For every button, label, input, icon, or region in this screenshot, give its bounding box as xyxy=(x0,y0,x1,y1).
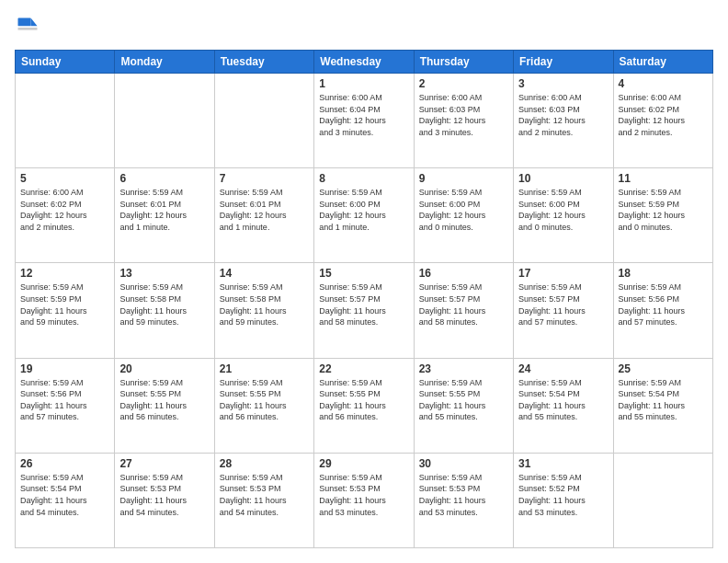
day-info: Sunrise: 5:59 AM Sunset: 5:59 PM Dayligh… xyxy=(619,187,708,233)
day-number: 4 xyxy=(619,77,708,90)
calendar-cell: 4Sunrise: 6:00 AM Sunset: 6:02 PM Daylig… xyxy=(613,74,712,168)
calendar-cell: 8Sunrise: 5:59 AM Sunset: 6:00 PM Daylig… xyxy=(314,168,414,263)
day-info: Sunrise: 5:59 AM Sunset: 6:00 PM Dayligh… xyxy=(319,187,408,233)
day-info: Sunrise: 5:59 AM Sunset: 6:01 PM Dayligh… xyxy=(119,187,209,233)
day-info: Sunrise: 6:00 AM Sunset: 6:02 PM Dayligh… xyxy=(619,92,708,138)
day-number: 21 xyxy=(220,362,309,375)
day-info: Sunrise: 5:59 AM Sunset: 5:56 PM Dayligh… xyxy=(20,377,109,423)
weekday-header-row: SundayMondayTuesdayWednesdayThursdayFrid… xyxy=(16,51,713,74)
calendar-week-3: 19Sunrise: 5:59 AM Sunset: 5:56 PM Dayli… xyxy=(16,358,713,453)
calendar-cell: 18Sunrise: 5:59 AM Sunset: 5:56 PM Dayli… xyxy=(613,263,712,358)
day-number: 19 xyxy=(20,362,109,375)
day-info: Sunrise: 5:59 AM Sunset: 6:01 PM Dayligh… xyxy=(220,187,309,233)
day-number: 28 xyxy=(220,457,309,470)
calendar-cell: 24Sunrise: 5:59 AM Sunset: 5:54 PM Dayli… xyxy=(514,358,613,453)
calendar-cell: 5Sunrise: 6:00 AM Sunset: 6:02 PM Daylig… xyxy=(16,168,115,263)
day-number: 27 xyxy=(119,457,209,470)
day-info: Sunrise: 5:59 AM Sunset: 5:53 PM Dayligh… xyxy=(119,472,209,518)
weekday-thursday: Thursday xyxy=(414,51,513,74)
calendar-cell: 3Sunrise: 6:00 AM Sunset: 6:03 PM Daylig… xyxy=(514,74,613,168)
weekday-friday: Friday xyxy=(514,51,613,74)
calendar-cell: 9Sunrise: 5:59 AM Sunset: 6:00 PM Daylig… xyxy=(414,168,513,263)
day-info: Sunrise: 6:00 AM Sunset: 6:03 PM Dayligh… xyxy=(419,92,508,138)
weekday-wednesday: Wednesday xyxy=(314,51,414,74)
calendar-cell: 26Sunrise: 5:59 AM Sunset: 5:54 PM Dayli… xyxy=(16,453,115,547)
weekday-tuesday: Tuesday xyxy=(214,51,313,74)
day-info: Sunrise: 5:59 AM Sunset: 5:57 PM Dayligh… xyxy=(319,282,408,327)
calendar-cell: 6Sunrise: 5:59 AM Sunset: 6:01 PM Daylig… xyxy=(115,168,214,263)
day-info: Sunrise: 5:59 AM Sunset: 5:53 PM Dayligh… xyxy=(319,472,408,518)
calendar-cell: 23Sunrise: 5:59 AM Sunset: 5:55 PM Dayli… xyxy=(414,358,513,453)
day-number: 20 xyxy=(119,362,209,375)
calendar-cell: 28Sunrise: 5:59 AM Sunset: 5:53 PM Dayli… xyxy=(214,453,313,547)
day-number: 25 xyxy=(619,362,708,375)
svg-marker-0 xyxy=(31,18,38,27)
calendar-cell: 7Sunrise: 5:59 AM Sunset: 6:01 PM Daylig… xyxy=(214,168,313,263)
day-info: Sunrise: 5:59 AM Sunset: 5:55 PM Dayligh… xyxy=(319,377,408,423)
calendar-table: SundayMondayTuesdayWednesdayThursdayFrid… xyxy=(15,50,713,548)
day-number: 26 xyxy=(20,457,109,470)
calendar-cell: 15Sunrise: 5:59 AM Sunset: 5:57 PM Dayli… xyxy=(314,263,414,358)
calendar-cell: 17Sunrise: 5:59 AM Sunset: 5:57 PM Dayli… xyxy=(514,263,613,358)
day-number: 16 xyxy=(419,267,508,280)
day-info: Sunrise: 5:59 AM Sunset: 5:54 PM Dayligh… xyxy=(518,377,608,423)
day-number: 3 xyxy=(518,77,608,90)
calendar-week-1: 5Sunrise: 6:00 AM Sunset: 6:02 PM Daylig… xyxy=(16,168,713,263)
header xyxy=(15,15,713,40)
day-number: 24 xyxy=(518,362,608,375)
day-info: Sunrise: 6:00 AM Sunset: 6:03 PM Dayligh… xyxy=(518,92,608,138)
calendar-week-2: 12Sunrise: 5:59 AM Sunset: 5:59 PM Dayli… xyxy=(16,263,713,358)
calendar-week-0: 1Sunrise: 6:00 AM Sunset: 6:04 PM Daylig… xyxy=(16,74,713,168)
day-info: Sunrise: 5:59 AM Sunset: 5:53 PM Dayligh… xyxy=(419,472,508,518)
day-number: 31 xyxy=(518,457,608,470)
calendar-cell: 14Sunrise: 5:59 AM Sunset: 5:58 PM Dayli… xyxy=(214,263,313,358)
logo-icon xyxy=(15,15,40,40)
calendar-cell xyxy=(613,453,712,547)
calendar-cell: 12Sunrise: 5:59 AM Sunset: 5:59 PM Dayli… xyxy=(16,263,115,358)
day-info: Sunrise: 5:59 AM Sunset: 5:59 PM Dayligh… xyxy=(20,282,109,327)
svg-rect-1 xyxy=(18,18,31,27)
day-info: Sunrise: 5:59 AM Sunset: 5:55 PM Dayligh… xyxy=(419,377,508,423)
calendar-cell: 21Sunrise: 5:59 AM Sunset: 5:55 PM Dayli… xyxy=(214,358,313,453)
day-number: 2 xyxy=(419,77,508,90)
day-number: 7 xyxy=(220,172,309,185)
page: SundayMondayTuesdayWednesdayThursdayFrid… xyxy=(0,0,728,563)
day-number: 14 xyxy=(220,267,309,280)
day-info: Sunrise: 5:59 AM Sunset: 5:54 PM Dayligh… xyxy=(20,472,109,518)
calendar-cell: 1Sunrise: 6:00 AM Sunset: 6:04 PM Daylig… xyxy=(314,74,414,168)
day-number: 5 xyxy=(20,172,109,185)
weekday-sunday: Sunday xyxy=(16,51,115,74)
weekday-saturday: Saturday xyxy=(613,51,712,74)
calendar-cell: 22Sunrise: 5:59 AM Sunset: 5:55 PM Dayli… xyxy=(314,358,414,453)
day-info: Sunrise: 5:59 AM Sunset: 5:55 PM Dayligh… xyxy=(119,377,209,423)
calendar-cell: 30Sunrise: 5:59 AM Sunset: 5:53 PM Dayli… xyxy=(414,453,513,547)
day-number: 22 xyxy=(319,362,408,375)
day-info: Sunrise: 5:59 AM Sunset: 5:52 PM Dayligh… xyxy=(518,472,608,518)
day-info: Sunrise: 6:00 AM Sunset: 6:02 PM Dayligh… xyxy=(20,187,109,233)
day-number: 11 xyxy=(619,172,708,185)
day-number: 13 xyxy=(119,267,209,280)
svg-rect-2 xyxy=(18,28,38,30)
day-info: Sunrise: 5:59 AM Sunset: 5:53 PM Dayligh… xyxy=(220,472,309,518)
calendar-week-4: 26Sunrise: 5:59 AM Sunset: 5:54 PM Dayli… xyxy=(16,453,713,547)
day-number: 29 xyxy=(319,457,408,470)
day-number: 23 xyxy=(419,362,508,375)
day-info: Sunrise: 5:59 AM Sunset: 5:54 PM Dayligh… xyxy=(619,377,708,423)
day-number: 10 xyxy=(518,172,608,185)
calendar-cell: 29Sunrise: 5:59 AM Sunset: 5:53 PM Dayli… xyxy=(314,453,414,547)
day-number: 1 xyxy=(319,77,408,90)
calendar-cell: 27Sunrise: 5:59 AM Sunset: 5:53 PM Dayli… xyxy=(115,453,214,547)
calendar-cell: 20Sunrise: 5:59 AM Sunset: 5:55 PM Dayli… xyxy=(115,358,214,453)
calendar-cell: 10Sunrise: 5:59 AM Sunset: 6:00 PM Dayli… xyxy=(514,168,613,263)
calendar-cell xyxy=(115,74,214,168)
calendar-cell xyxy=(16,74,115,168)
day-info: Sunrise: 5:59 AM Sunset: 5:57 PM Dayligh… xyxy=(518,282,608,327)
calendar-cell: 13Sunrise: 5:59 AM Sunset: 5:58 PM Dayli… xyxy=(115,263,214,358)
calendar-cell: 2Sunrise: 6:00 AM Sunset: 6:03 PM Daylig… xyxy=(414,74,513,168)
day-number: 15 xyxy=(319,267,408,280)
calendar-cell: 16Sunrise: 5:59 AM Sunset: 5:57 PM Dayli… xyxy=(414,263,513,358)
calendar-cell: 31Sunrise: 5:59 AM Sunset: 5:52 PM Dayli… xyxy=(514,453,613,547)
day-number: 17 xyxy=(518,267,608,280)
day-number: 6 xyxy=(119,172,209,185)
day-info: Sunrise: 5:59 AM Sunset: 5:57 PM Dayligh… xyxy=(419,282,508,327)
